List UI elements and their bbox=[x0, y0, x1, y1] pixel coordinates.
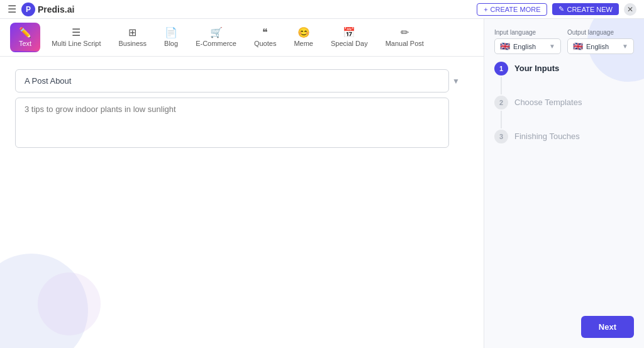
main-container: ✏️ Text ☰ Multi Line Script ⊞ Business 📄… bbox=[0, 19, 644, 348]
tab-specialday[interactable]: 📅 Special Day bbox=[322, 21, 377, 53]
post-about-select[interactable]: A Post About bbox=[15, 69, 449, 93]
output-language-label: Output language bbox=[567, 29, 634, 36]
brand-logo: P Predis.ai bbox=[21, 3, 74, 16]
tab-nav: ✏️ Text ☰ Multi Line Script ⊞ Business 📄… bbox=[0, 19, 484, 57]
input-language-arrow-icon: ▼ bbox=[549, 43, 555, 50]
next-button[interactable]: Next bbox=[581, 316, 634, 338]
step-2: 2 Choose Templates bbox=[494, 96, 634, 130]
multiline-tab-icon: ☰ bbox=[72, 26, 80, 38]
edit-icon: ✎ bbox=[558, 5, 564, 13]
step-2-line bbox=[501, 111, 502, 128]
create-new-button[interactable]: ✎ CREATE NEW bbox=[552, 3, 619, 15]
tab-meme[interactable]: 😊 Meme bbox=[285, 21, 322, 53]
output-language-select[interactable]: 🇬🇧 English ▼ bbox=[567, 38, 634, 54]
step-1-label: Your Inputs bbox=[514, 62, 559, 73]
post-select-wrapper: A Post About ▼ bbox=[15, 69, 469, 93]
manualpost-tab-icon: ✏ bbox=[401, 26, 409, 38]
ecommerce-tab-icon: 🛒 bbox=[210, 26, 223, 38]
step-2-label: Choose Templates bbox=[514, 96, 582, 107]
step-2-left: 2 bbox=[494, 96, 508, 130]
input-language-label: Input language bbox=[494, 29, 561, 36]
select-arrow-icon: ▼ bbox=[452, 77, 460, 86]
steps-container: 1 Your Inputs 2 Choose Templates bbox=[494, 62, 634, 143]
tab-text[interactable]: ✏️ Text bbox=[10, 23, 40, 52]
step-1-line bbox=[501, 77, 502, 94]
specialday-tab-icon: 📅 bbox=[343, 26, 355, 38]
step-1-circle: 1 bbox=[494, 62, 508, 76]
business-tab-icon: ⊞ bbox=[128, 26, 136, 38]
output-language-value: English bbox=[586, 43, 609, 50]
tab-business[interactable]: ⊞ Business bbox=[109, 21, 155, 53]
step-3-left: 3 bbox=[494, 130, 508, 143]
top-bar: ☰ P Predis.ai + CREATE MORE ✎ CREATE NEW… bbox=[0, 0, 644, 19]
step-1: 1 Your Inputs bbox=[494, 62, 634, 96]
close-button[interactable]: ✕ bbox=[624, 3, 636, 16]
content-area: A Post About ▼ bbox=[0, 57, 484, 163]
brand-name: Predis.ai bbox=[38, 4, 74, 14]
center-panel: ✏️ Text ☰ Multi Line Script ⊞ Business 📄… bbox=[0, 19, 484, 348]
tab-blog[interactable]: 📄 Blog bbox=[155, 21, 187, 53]
step-1-left: 1 bbox=[494, 62, 508, 96]
language-row: Input language 🇬🇧 English ▼ Output langu… bbox=[494, 29, 634, 54]
meme-tab-icon: 😊 bbox=[297, 26, 310, 38]
input-language-flag: 🇬🇧 bbox=[500, 42, 510, 51]
hamburger-icon[interactable]: ☰ bbox=[8, 3, 16, 15]
output-language-group: Output language 🇬🇧 English ▼ bbox=[567, 29, 634, 54]
step-3: 3 Finishing Touches bbox=[494, 130, 634, 143]
text-tab-icon: ✏️ bbox=[19, 26, 31, 38]
input-language-select[interactable]: 🇬🇧 English ▼ bbox=[494, 38, 561, 54]
tab-quotes[interactable]: ❝ Quotes bbox=[245, 21, 285, 53]
brand-icon: P bbox=[21, 3, 35, 16]
input-language-value: English bbox=[513, 43, 536, 50]
step-2-circle: 2 bbox=[494, 96, 508, 109]
top-bar-left: ☰ P Predis.ai bbox=[8, 3, 74, 16]
input-language-group: Input language 🇬🇧 English ▼ bbox=[494, 29, 561, 54]
tab-manualpost[interactable]: ✏ Manual Post bbox=[377, 21, 433, 53]
tab-ecommerce[interactable]: 🛒 E-Commerce bbox=[187, 21, 245, 53]
plus-icon: + bbox=[484, 6, 487, 13]
blog-tab-icon: 📄 bbox=[165, 26, 177, 38]
right-sidebar: Input language 🇬🇧 English ▼ Output langu… bbox=[484, 19, 644, 348]
quotes-tab-icon: ❝ bbox=[262, 26, 268, 38]
post-textarea[interactable] bbox=[15, 98, 449, 148]
decorative-blob-2 bbox=[38, 272, 101, 335]
tab-multiline[interactable]: ☰ Multi Line Script bbox=[43, 21, 109, 53]
step-3-label: Finishing Touches bbox=[514, 130, 580, 141]
step-3-circle: 3 bbox=[494, 130, 508, 143]
output-language-arrow-icon: ▼ bbox=[622, 43, 628, 50]
top-bar-right: + CREATE MORE ✎ CREATE NEW ✕ bbox=[477, 3, 636, 16]
create-more-button[interactable]: + CREATE MORE bbox=[477, 3, 547, 16]
output-language-flag: 🇬🇧 bbox=[573, 42, 583, 51]
